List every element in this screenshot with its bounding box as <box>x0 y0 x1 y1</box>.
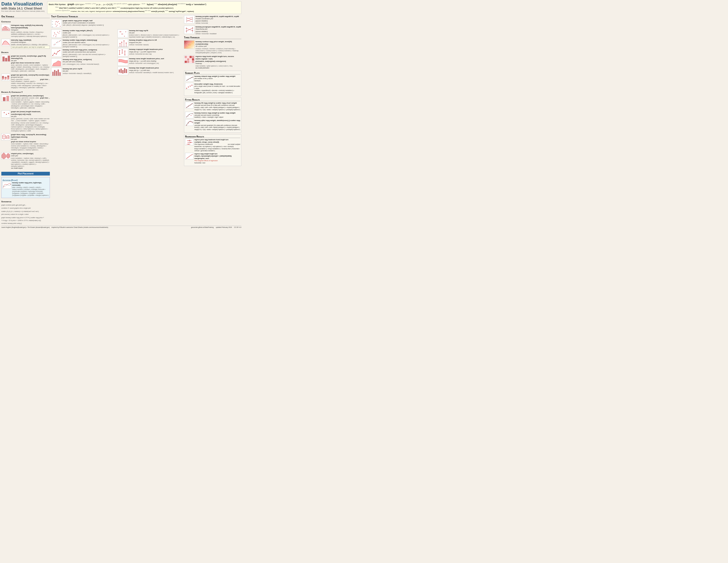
lowess-info: twoway lowess mpg weight || scatter mpg … <box>194 112 235 118</box>
discrete-header: Discrete <box>1 51 50 53</box>
twoway-connected-svg <box>51 49 62 57</box>
vioplot-thumb <box>1 152 10 159</box>
summary-plots-header: Summary Plots <box>185 72 240 74</box>
graphbar-pct-svg: a b c <box>2 74 10 81</box>
pcspike-info: twoway pcspike wage68 ttl_exp68 wage88 t… <box>195 15 241 24</box>
plot-placement-header: Plot Placement <box>1 172 50 175</box>
twoway-combine-opts: */ if mpg < 15 & price > 12000 in 27/74,… <box>1 219 50 221</box>
graphbar-pct-cmd: graph bar (percent), over(rep78) over(fo… <box>11 74 50 76</box>
histogram-cmd: histogram mpg, width(5) freq kdensity kd… <box>11 24 50 29</box>
twoway-connected-thumb <box>51 49 62 57</box>
twoway-rbar-thumb <box>118 67 128 75</box>
juxtapose-svg <box>3 182 11 189</box>
histogram-svg <box>2 24 10 31</box>
svg-point-83 <box>121 42 122 43</box>
svg-rect-127 <box>187 61 189 63</box>
svg-point-135 <box>186 88 187 89</box>
marginsplot-italic: Plot marginal effects of regression <box>194 160 232 162</box>
contour-italic: 3D contour plot <box>195 45 241 48</box>
graphhbox-item: graph hbox mpg, over(rep78, descending) … <box>1 133 50 151</box>
regression-results-section: Regression Results regress price mpg hea… <box>184 134 241 166</box>
juxtapose-opts: total • missing • cols(#) • rows(#) • co… <box>12 186 49 196</box>
svg-rect-121 <box>192 56 194 58</box>
footer-updated: updated February 2016 <box>216 226 232 228</box>
scatter-multi-cmd: scatter y3 y2 y1 x, marker(o i o) mlabel… <box>1 210 50 212</box>
kdensity-opts: bwidth • kernel(<options>) n • missing •… <box>11 43 50 45</box>
twoway-dot-item: twoway dot mpg rep78 dot plot dcolor(<co… <box>118 29 183 38</box>
syntax-yscale: yscale(<options>) <box>158 7 173 9</box>
graphbar-count-cmd: graph bar (count), over(foreign, gap(*0.… <box>11 55 50 60</box>
graphbar-median-thumb <box>1 94 10 102</box>
svg-rect-5 <box>9 30 10 31</box>
histogram-info: histogram mpg, width(5) freq kdensity kd… <box>11 24 50 37</box>
graph-matrix-italic: scatter plot of each combination of vari… <box>63 22 183 24</box>
svg-text:y₁: y₁ <box>52 21 53 22</box>
pccapsym-info: twoway pccapsym wage68 ttl_exp68 wage88 … <box>195 26 241 35</box>
svg-rect-122 <box>185 58 187 60</box>
svg-point-76 <box>122 34 123 34</box>
syntax-vars: y₁ y₂ ... yₙ x <box>96 3 107 6</box>
twoway-scatter-svg <box>51 30 62 38</box>
syntax-plotopts: <plot options> <box>128 3 140 6</box>
graph-matrix-thumb: y₁ y₂ y₃ <box>51 19 62 28</box>
graphhbox-info: graph hbox mpg, over(rep78, descending) … <box>11 133 50 151</box>
pcspike-italic: Parallel coordinates plot <box>195 18 241 20</box>
mid-left-subcol: twoway scatter mpg weight, jitter(7) sca… <box>51 29 116 77</box>
svg-point-154 <box>189 140 190 141</box>
pccapsym-ssc: (sysuse nlswide1) <box>195 30 241 33</box>
coefplot-thumb <box>185 139 193 145</box>
juxtapose-thumb <box>2 182 11 189</box>
syntax-yline: yline(yint) <box>168 3 177 6</box>
left-column: One Variable Continuous histogram mpg, w… <box>1 15 50 224</box>
juxtapose-cmd: twoway scatter mpg price, by(foreign, no… <box>12 182 49 186</box>
svg-rect-17 <box>7 77 9 79</box>
syntax-xline: xline(xint) <box>158 3 167 6</box>
svg-point-81 <box>120 43 120 44</box>
twoway-mlabel-svg: 12 22 30 <box>51 39 62 47</box>
plotsize-label: plot size <box>145 10 151 11</box>
svg-point-59 <box>52 55 53 56</box>
twoway-rbar-italic: range plot (y₁ ÷ y₂) with bars <box>129 69 183 72</box>
twoway-rbar-opts: vertical • horizontal • barwidth(#) • mw… <box>129 71 183 73</box>
plotmatrix-italic: heatmap <box>195 62 241 65</box>
svg-rect-13 <box>2 78 4 79</box>
svg-line-113 <box>186 28 193 31</box>
vioplot-svg <box>2 152 10 159</box>
qfit-item: twoway qfitci mpg weight, alwidth(none) … <box>185 119 240 131</box>
svg-rect-64 <box>52 72 54 76</box>
twoway-area-item: twoway area mpg price, sort(price) line … <box>51 58 116 67</box>
graphbar-median-cmd: graph bar (median) price, over(foreign) <box>11 94 50 97</box>
lowess-italic: calculate and plot lowess smoothing <box>194 114 235 116</box>
syntax-facet: by(var) <box>147 3 154 6</box>
svg-rect-120 <box>190 56 192 58</box>
three-vars-header: Three Variables <box>184 36 241 39</box>
twoway-rcapsym-italic: range plot (y₁ ÷ y₂) with capped lines <box>129 51 183 53</box>
contour-info: twoway contour mpg price weight, level(2… <box>195 40 241 54</box>
svg-rect-1 <box>3 28 4 31</box>
contour-opts: ccuts(#) • levels(#) • minmax • crule(hu… <box>195 48 241 54</box>
vioplot-opts: over(<variables>, <options: total • miss… <box>11 157 50 167</box>
footer-inspired: inspired by RStudio's awesome Cheat Shee… <box>51 226 108 228</box>
svg-rect-97 <box>119 70 120 73</box>
regression-results-header: Regression Results <box>185 135 240 138</box>
svg-point-85 <box>124 40 124 41</box>
twoway-connected-opts: jitter(#) • jitterseed(#) • sort • see a… <box>63 53 116 57</box>
twoway-rcapsym-cmd: twoway rcapsym length headroom price <box>129 48 183 51</box>
titles-label: titles <box>55 6 58 8</box>
svg-point-39 <box>55 24 56 24</box>
svg-point-37 <box>56 21 57 22</box>
twoway-scatter-item: twoway scatter mpg weight, jitter(7) sca… <box>51 29 116 38</box>
pccapsym-opts: vertical • horizontal • headlabel <box>195 33 241 35</box>
svg-rect-98 <box>120 69 122 73</box>
graphbar-pct-info: graph bar (percent), over(rep78) over(fo… <box>11 74 50 88</box>
twoway-combine-desc: combine twoway plots using || <box>1 222 50 224</box>
twoway-area-info: twoway area mpg price, sort(price) line … <box>63 58 116 67</box>
svg-point-49 <box>59 33 59 33</box>
kdensity-cmd: kdensity mpg, bwidth(3) <box>11 39 50 41</box>
fitting-results-section: Fitting Results twoway lfit mpg weight |… <box>184 97 241 133</box>
syntax-scheme: scheme(s1mono) <box>113 10 127 12</box>
svg-point-52 <box>54 32 55 33</box>
mband-cmd: twoway mband mpg weight || scatter mpg w… <box>194 75 235 77</box>
twoway-rarea-opts: vertical • horizontal • sort cmissing(ye… <box>129 62 183 64</box>
marginsplot-thumb <box>185 153 193 159</box>
